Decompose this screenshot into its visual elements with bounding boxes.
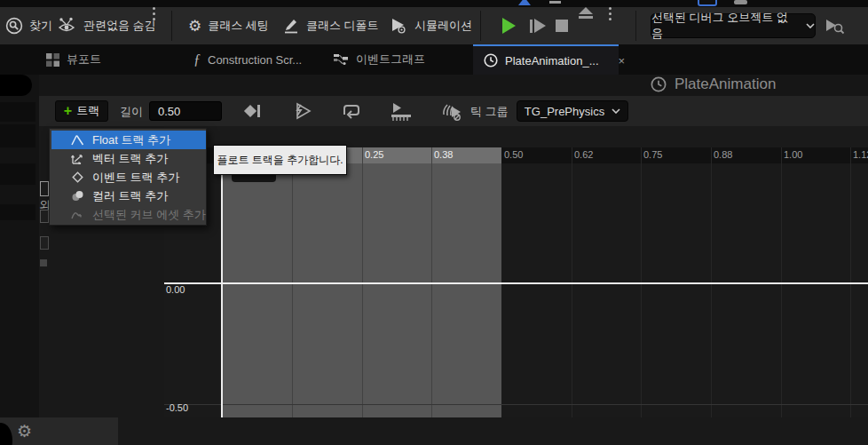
ruler-tick-label: 1.00 [784, 149, 802, 160]
class-defaults-label: 클래스 디폴트 [306, 18, 379, 34]
tick-group-dropdown[interactable]: TG_PrePhysics [517, 100, 628, 122]
clipped-icon [40, 259, 47, 266]
float-curve-icon [71, 134, 84, 146]
sync-view-ranges-icon[interactable] [390, 102, 413, 122]
bottom-strip [118, 417, 868, 445]
gear-icon[interactable]: ⚙ [17, 423, 32, 440]
y-axis-label-neg: -0.50 [166, 402, 188, 413]
vector-track-icon [71, 153, 84, 164]
debug-object-dropdown[interactable]: 선택된 디버그 오브젝트 없음 [651, 13, 816, 38]
stop-button[interactable] [556, 7, 568, 44]
outliner-bottom-toolbar: ⚙ [0, 417, 118, 445]
find-button[interactable]: 찾기 [5, 7, 52, 44]
debug-search-icon [824, 17, 845, 35]
left-panel-clipped [0, 75, 39, 445]
clipped-blue-icon [518, 0, 531, 5]
graph-nodes-icon [334, 53, 349, 67]
clipped-top-row [0, 0, 868, 7]
tab-construction-script[interactable]: ƒ Construction Scr... [193, 44, 302, 75]
class-settings-label: 클래스 세팅 [208, 18, 269, 34]
tooltip: 플로트 트랙을 추가합니다. [213, 145, 347, 175]
ruler-tick-label: 0.62 [574, 149, 593, 160]
play-options-kebab-icon[interactable] [609, 7, 612, 44]
tab-event-graph[interactable]: 이벤트그래프 [334, 44, 425, 75]
eye-nodes-icon [56, 17, 77, 35]
ruler-tick-label: 0.50 [504, 149, 523, 160]
clipped-round-button [0, 423, 12, 445]
gridline-neg-050 [164, 404, 868, 405]
timeline-panel: PlateAnimation + 트랙 길이 [39, 75, 868, 417]
clock-icon [651, 76, 667, 92]
menu-item-add-selected-curve-asset[interactable]: 선택된 커브 에셋 추가 [51, 205, 206, 224]
clipped-track-field [40, 236, 49, 250]
playhead-line[interactable] [221, 147, 223, 417]
clock-icon [484, 53, 498, 68]
tab-viewport[interactable]: 뷰포트 [46, 44, 101, 75]
ruler-tick-label: 1.12 [853, 149, 868, 160]
class-settings-button[interactable]: ⚙ 클래스 세팅 [188, 7, 269, 44]
frame-skip-icon [530, 19, 546, 33]
menu-item-add-float-track[interactable]: Float 트랙 추가 [51, 131, 206, 149]
simulation-label: 시뮬레이션 [414, 18, 472, 34]
clipped-blue-outline-icon [698, 0, 717, 6]
menu-item-add-event-track[interactable]: 이벤트 트랙 추가 [51, 168, 206, 187]
tick-group-value: TG_PrePhysics [525, 105, 604, 118]
function-icon: ƒ [193, 52, 201, 68]
frame-skip-button[interactable] [530, 7, 546, 44]
stop-icon [556, 20, 568, 32]
menu-item-label: Float 트랙 추가 [92, 132, 170, 148]
tab-event-graph-label: 이벤트그래프 [356, 52, 425, 68]
menu-item-label: 벡터 트랙 추가 [92, 151, 168, 167]
tick-group-label: 틱 그룹 [470, 104, 509, 120]
clipped-track-field [40, 181, 49, 196]
tab-active-label: PlateAnimation_... [505, 54, 599, 68]
menu-item-label: 이벤트 트랙 추가 [92, 170, 179, 186]
menu-item-add-vector-track[interactable]: 벡터 트랙 추가 [51, 149, 206, 168]
timeline-panel-header: PlateAnimation [39, 75, 868, 96]
timeline-title: PlateAnimation [651, 75, 776, 93]
add-track-label: 트랙 [76, 103, 99, 119]
hide-unrelated-button[interactable]: 관련없음 숨김 [56, 7, 156, 44]
tab-construction-label: Construction Scr... [208, 53, 302, 67]
debug-object-label: 선택된 디버그 오브젝트 없음 [651, 10, 799, 42]
add-track-menu: Float 트랙 추가 벡터 트랙 추가 이벤트 트랙 추가 컬러 트랙 추가 … [49, 128, 207, 226]
clipped-gray-icon-2 [734, 0, 747, 4]
ignore-external-curves-icon[interactable] [440, 102, 463, 122]
loop-icon[interactable] [341, 102, 362, 120]
tab-plate-animation-active[interactable]: PlateAnimation_... × [473, 44, 619, 75]
class-defaults-button[interactable]: 클래스 디폴트 [282, 7, 379, 44]
ruler-tick-label: 0.75 [643, 149, 662, 160]
viewport-grid-icon [46, 53, 59, 67]
find-options-kebab-icon[interactable] [153, 7, 155, 44]
play-button[interactable] [502, 7, 516, 44]
debug-filter-button[interactable] [824, 7, 845, 44]
tab-close-icon[interactable]: × [619, 54, 626, 68]
eject-button[interactable] [579, 7, 593, 44]
timeline-toolbar: + 트랙 길이 틱 그룹 TG_PrePhysics [39, 96, 868, 126]
y-axis-label-zero: 0.00 [166, 284, 185, 295]
length-label: 길이 [120, 104, 143, 120]
tab-viewport-label: 뷰포트 [67, 52, 101, 68]
ruler-tick-label: 0.88 [714, 149, 732, 160]
clipped-track-name: 외 [39, 197, 49, 211]
tooltip-text: 플로트 트랙을 추가합니다. [217, 153, 343, 168]
simulation-button[interactable]: 시뮬레이션 [389, 7, 472, 44]
curve-asset-icon [71, 209, 84, 220]
last-keyframe-icon[interactable] [243, 102, 263, 120]
eject-icon [579, 7, 593, 14]
timeline-title-label: PlateAnimation [675, 75, 776, 93]
document-tab-bar: 뷰포트 ƒ Construction Scr... 이벤트그래프 PlateAn… [0, 44, 868, 75]
clipped-key-bar [232, 175, 276, 182]
ruler-tick-label: 0.25 [365, 149, 383, 160]
add-track-button[interactable]: + 트랙 [55, 100, 108, 122]
hide-unrelated-label: 관련없음 숨김 [83, 18, 156, 34]
find-label: 찾기 [29, 18, 52, 34]
menu-item-add-color-track[interactable]: 컬러 트랙 추가 [51, 187, 206, 205]
main-toolbar: 찾기 관련없음 숨김 ⚙ 클래스 세팅 클래스 디폴트 시뮬레이션 [0, 7, 868, 44]
clipped-pill-button [0, 75, 32, 96]
plus-icon: + [64, 104, 72, 118]
autoplay-icon[interactable] [292, 102, 313, 120]
length-input[interactable] [149, 101, 222, 121]
menu-item-label: 선택된 커브 에셋 추가 [92, 207, 206, 223]
color-track-icon [71, 190, 84, 202]
